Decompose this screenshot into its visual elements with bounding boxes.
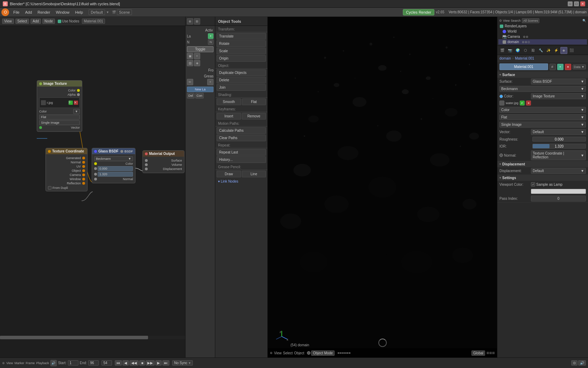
vp-select-btn[interactable]: Select bbox=[283, 351, 293, 355]
node-editor-canvas[interactable]: Image Texture Color Alpha r.jp bbox=[0, 26, 185, 348]
ne-view-btn[interactable]: View bbox=[2, 19, 14, 24]
render-layers-item[interactable]: RenderLayers bbox=[498, 23, 587, 29]
calculate-paths-btn[interactable]: Calculate Paths bbox=[217, 127, 266, 134]
ne-add-btn[interactable]: Add bbox=[30, 19, 41, 24]
img-f-icon[interactable]: F bbox=[520, 101, 525, 105]
prev-frame-btn[interactable]: ◀ bbox=[122, 360, 129, 366]
smooth-btn[interactable]: Smooth bbox=[217, 98, 241, 105]
pp-physics-icon[interactable]: ⚡ bbox=[553, 47, 560, 54]
camera-item[interactable]: 📷 Camera ⊕⊗ bbox=[498, 34, 587, 39]
scale-btn[interactable]: Scale bbox=[217, 48, 266, 54]
new-layer-btn[interactable]: New La bbox=[187, 87, 214, 92]
next-frame-btn[interactable]: ▶ bbox=[155, 360, 162, 366]
tl-audio-btn[interactable]: 🔊 bbox=[50, 360, 57, 366]
material-del-btn[interactable]: ✕ bbox=[565, 64, 571, 70]
surface-section-title[interactable]: ▾ Surface bbox=[497, 72, 588, 78]
rotate-btn[interactable]: Rotate bbox=[217, 40, 266, 47]
displacement-value[interactable]: Default ▼ bbox=[531, 168, 586, 174]
img-f-btn[interactable]: F bbox=[69, 101, 73, 105]
world-item[interactable]: World bbox=[498, 29, 587, 34]
play-btn[interactable]: ▶▶ bbox=[146, 360, 155, 366]
material-name-btn[interactable]: Material.001 bbox=[499, 63, 548, 70]
node-editor-scrollbar[interactable] bbox=[0, 336, 185, 339]
pp-constraint-icon[interactable]: ⛓ bbox=[530, 47, 537, 54]
rl-search-btn[interactable]: Search bbox=[511, 19, 521, 22]
history-btn[interactable]: History... bbox=[217, 156, 266, 163]
tl-icon-2[interactable]: 🔊 bbox=[578, 360, 586, 366]
displacement-section-title[interactable]: ▾ Displacement bbox=[497, 161, 588, 167]
sq-icon-4[interactable]: ◈ bbox=[194, 60, 200, 66]
clear-paths-btn[interactable]: Clear Paths bbox=[217, 135, 266, 141]
vp-view-btn[interactable]: View bbox=[274, 351, 282, 355]
img-del-icon[interactable]: ✕ bbox=[526, 101, 531, 105]
tl-icon-1[interactable]: ⊙ bbox=[571, 360, 578, 366]
sq-icon-3[interactable]: ▨ bbox=[187, 60, 193, 66]
jump-end-btn[interactable]: ⏭ bbox=[162, 360, 169, 366]
global-selector[interactable]: Global bbox=[471, 350, 485, 356]
all-scenes-btn[interactable]: All Scenes bbox=[522, 18, 540, 23]
play-reverse-btn[interactable]: ◀◀ bbox=[130, 360, 139, 366]
remove-btn[interactable]: Remove bbox=[242, 113, 266, 120]
engine-selector-btn[interactable]: Cycles Render bbox=[403, 9, 434, 15]
ior-slider[interactable]: 1.320 bbox=[532, 143, 586, 149]
pp-world-icon[interactable]: 🌍 bbox=[514, 47, 521, 54]
material-name-ne[interactable]: Material.001 bbox=[82, 19, 105, 24]
menu-file[interactable]: File bbox=[10, 9, 22, 15]
distribution-value[interactable]: Beckmann ▼ bbox=[499, 86, 586, 92]
pp-material-icon[interactable]: ◈ bbox=[560, 47, 567, 54]
vector-value[interactable]: Default ▼ bbox=[531, 129, 586, 135]
ne-select-btn[interactable]: Select bbox=[15, 19, 29, 24]
vp-object-btn[interactable]: Object bbox=[294, 351, 304, 355]
layout-selector[interactable]: Default bbox=[89, 9, 105, 15]
stop-btn[interactable]: ■ bbox=[139, 360, 145, 366]
pp-camera-icon[interactable]: 📷 bbox=[506, 47, 513, 54]
scrollbar-thumb[interactable] bbox=[0, 336, 148, 339]
rl-search-icon[interactable]: 🔍 bbox=[582, 19, 586, 22]
material-f-btn[interactable]: F bbox=[550, 64, 556, 70]
tool-icon-2[interactable]: ⊞ bbox=[194, 18, 200, 25]
from-dupli-checkbox[interactable] bbox=[48, 186, 51, 190]
close-button[interactable]: ✕ bbox=[580, 1, 585, 6]
pp-modifier-icon[interactable]: 🔧 bbox=[537, 47, 544, 54]
menu-help[interactable]: Help bbox=[72, 9, 86, 15]
sq-icon-1[interactable]: ▣ bbox=[187, 53, 193, 59]
tl-frame-btn[interactable]: Frame bbox=[26, 361, 35, 365]
join-btn[interactable]: Join bbox=[217, 84, 266, 91]
bc-domain[interactable]: domain bbox=[499, 56, 511, 60]
tl-playback-btn[interactable]: Playback bbox=[36, 361, 49, 365]
color-value[interactable]: Image Texture ▼ bbox=[531, 93, 586, 99]
pp-render-icon[interactable]: 🎬 bbox=[499, 47, 506, 54]
pp-texture-icon[interactable]: ⬛ bbox=[568, 47, 575, 54]
origin-btn[interactable]: Origin bbox=[217, 55, 266, 62]
distribution-dropdown[interactable]: Beckmann ▼ bbox=[94, 156, 133, 161]
img-del-btn[interactable]: ✕ bbox=[74, 101, 78, 105]
ior-input[interactable]: 1.320 bbox=[98, 172, 133, 177]
translate-btn[interactable]: Translate bbox=[217, 33, 266, 40]
object-mode-selector[interactable]: Object Mode bbox=[311, 350, 335, 356]
la-icon[interactable]: + bbox=[208, 33, 214, 39]
normal-value[interactable]: Texture Coordinate | Reflection ▼ bbox=[531, 150, 586, 160]
color-mode-value[interactable]: Color ▼ bbox=[499, 107, 586, 113]
delete-btn[interactable]: Delete bbox=[217, 77, 266, 83]
tl-marker-btn[interactable]: Marker bbox=[14, 361, 24, 365]
settings-section-title[interactable]: ▾ Settings bbox=[497, 175, 588, 181]
duplicate-objects-btn[interactable]: Duplicate Objects bbox=[217, 69, 266, 76]
draw-btn[interactable]: Draw bbox=[217, 171, 241, 177]
source-dropdown[interactable]: Single Image bbox=[39, 120, 80, 125]
n-icon[interactable]: N bbox=[208, 39, 214, 45]
pass-index-value[interactable]: 0 bbox=[531, 196, 586, 202]
repeat-last-btn[interactable]: Repeat Last bbox=[217, 149, 266, 156]
sq-icon-2[interactable]: + bbox=[194, 53, 200, 59]
link-nodes-section[interactable]: ▾ Link Nodes bbox=[215, 178, 267, 185]
color-swatch[interactable] bbox=[531, 189, 586, 194]
color-enable-dot[interactable] bbox=[499, 95, 503, 98]
roughness-slider[interactable]: 0.000 bbox=[532, 136, 586, 142]
menu-render[interactable]: Render bbox=[35, 9, 53, 15]
menu-window[interactable]: Window bbox=[53, 9, 72, 15]
menu-add[interactable]: Add bbox=[22, 9, 35, 15]
current-frame[interactable] bbox=[102, 360, 112, 366]
data-btn[interactable]: Data ▼ bbox=[573, 64, 586, 69]
viewport[interactable]: Mem: 67.32M, Peak: 67.32M | Scene | Elap… bbox=[268, 17, 497, 357]
projection-dropdown[interactable]: Flat bbox=[39, 115, 80, 120]
pp-object-icon[interactable]: ⬡ bbox=[522, 47, 529, 54]
